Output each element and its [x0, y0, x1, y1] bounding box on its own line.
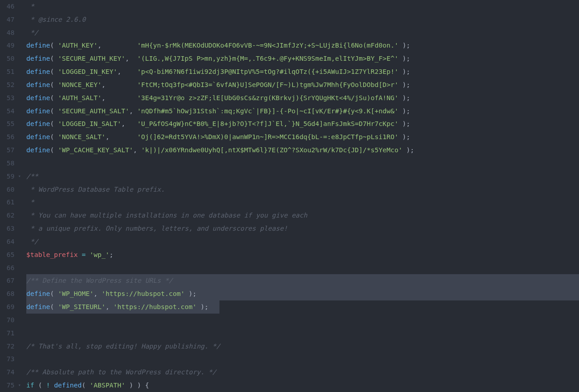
code-line[interactable]: define( 'LOGGED_IN_SALT', 'U_P&fOS4gW}nC… — [26, 117, 579, 131]
code-line[interactable]: * a unique prefix. Only numbers, letters… — [26, 222, 579, 235]
token-comment: * a unique prefix. Only numbers, letters… — [26, 225, 287, 232]
code-line[interactable]: /** Define the WordPress site URLs */ — [26, 274, 579, 287]
code-line[interactable] — [26, 314, 579, 327]
line-number: 49 — [0, 39, 20, 52]
code-line-content: define( 'NONCE_KEY', 'FtCM;tOq3fp<#QbI3=… — [26, 81, 410, 88]
code-line[interactable]: /* That's all, stop editing! Happy publi… — [26, 340, 579, 353]
line-number: 54 — [0, 105, 20, 118]
code-line[interactable]: */ — [26, 235, 579, 248]
token-comment: /** Absolute path to the WordPress direc… — [26, 368, 216, 376]
code-line-content: define( 'LOGGED_IN_KEY', 'p<Q-biM6?N6f1i… — [26, 68, 410, 75]
token-string: 'mH{yn-$rMk(MEKOdUDOKo4FO6vVB-~=9N<JImfJ… — [137, 42, 398, 49]
code-line[interactable]: * — [26, 196, 579, 209]
code-editor[interactable]: 4647484950515253545556575859▾60616263646… — [0, 0, 579, 392]
code-line-content: /** Absolute path to the WordPress direc… — [26, 368, 216, 376]
token-string: 'https://hubspot.com' — [113, 303, 196, 310]
code-line[interactable]: define( 'WP_SITEURL', 'https://hubspot.c… — [26, 300, 579, 314]
fold-marker-icon[interactable]: ▾ — [18, 379, 21, 392]
token-punct: , — [122, 120, 137, 127]
code-line-content: * — [26, 198, 34, 206]
token-punct: ) ) { — [125, 382, 149, 389]
token-func: define — [26, 290, 50, 297]
token-punct: ( — [50, 68, 58, 75]
token-func: define — [26, 146, 50, 154]
code-line-content: * @since 2.6.0 — [26, 16, 86, 23]
token-punct: ( — [34, 382, 46, 389]
code-line[interactable] — [26, 353, 579, 366]
token-punct: , — [102, 81, 137, 88]
token-func: define — [26, 120, 50, 127]
code-area[interactable]: * * @since 2.6.0 */define( 'AUTH_KEY', '… — [24, 0, 579, 392]
token-func: define — [26, 94, 50, 102]
token-punct: , — [106, 303, 113, 310]
token-op: = — [82, 251, 86, 258]
code-line[interactable]: */ — [26, 26, 579, 39]
code-line-content: define( 'NONCE_SALT', 'Oj(]62=Rdt5YVA!>%… — [26, 133, 410, 140]
token-punct: ); — [399, 55, 410, 62]
token-punct: ); — [399, 133, 410, 140]
code-line[interactable]: /** Absolute path to the WordPress direc… — [26, 366, 579, 379]
code-line-content: * — [26, 3, 38, 10]
code-line[interactable] — [26, 327, 579, 340]
token-string: 'SECURE_AUTH_KEY' — [58, 55, 125, 62]
token-punct: ( — [50, 146, 58, 154]
token-string: 'ABSPATH' — [90, 382, 126, 389]
token-string: 'p<Q-biM6?N6f1iwi92dj3P@NItpV%5=tOg?#ilq… — [137, 68, 398, 75]
code-line[interactable]: define( 'WP_HOME', 'https://hubspot.com'… — [26, 287, 579, 300]
fold-marker-icon[interactable]: ▾ — [18, 170, 21, 183]
code-line[interactable]: * WordPress Database Table prefix. — [26, 183, 579, 196]
token-punct: , — [125, 55, 137, 62]
token-keyword: if — [26, 382, 34, 389]
code-line-content: define( 'WP_HOME', 'https://hubspot.com'… — [26, 290, 196, 297]
code-line[interactable]: define( 'AUTH_KEY', 'mH{yn-$rMk(MEKOdUDO… — [26, 39, 579, 52]
token-punct: , — [93, 290, 101, 297]
code-line[interactable]: define( 'SECURE_AUTH_KEY', '(LIG.,W{J7Ip… — [26, 52, 579, 65]
token-string: 'WP_HOME' — [58, 290, 94, 297]
token-string: 'AUTH_SALT' — [58, 94, 102, 102]
code-line[interactable] — [26, 261, 579, 275]
token-string: 'NONCE_SALT' — [58, 133, 106, 140]
code-line[interactable]: define( 'LOGGED_IN_KEY', 'p<Q-biM6?N6f1i… — [26, 65, 579, 78]
token-comment: /* That's all, stop editing! Happy publi… — [26, 343, 220, 350]
code-line[interactable]: define( 'NONCE_SALT', 'Oj(]62=Rdt5YVA!>%… — [26, 131, 579, 144]
token-punct: ); — [399, 107, 410, 115]
code-line-content: define( 'WP_SITEURL', 'https://hubspot.c… — [26, 303, 209, 310]
token-comment: /** Define the WordPress site URLs */ — [26, 277, 173, 284]
token-comment: */ — [26, 29, 38, 36]
code-line[interactable] — [26, 157, 579, 170]
token-string: 'SECURE_AUTH_SALT' — [58, 107, 129, 115]
code-line[interactable]: * @since 2.6.0 — [26, 13, 579, 26]
token-punct — [86, 251, 90, 258]
code-line-content: */ — [26, 29, 38, 36]
token-string: 'LOGGED_IN_SALT' — [58, 120, 122, 127]
token-punct: , — [97, 42, 137, 49]
line-number: 58 — [0, 157, 20, 170]
token-punct: , — [117, 68, 137, 75]
token-comment: * — [26, 3, 38, 10]
code-line[interactable]: /** — [26, 170, 579, 183]
token-string: '3E4g=31Yr@o z>zZF;lE[UbG0sCs&zrg(KBrkvj… — [137, 94, 398, 102]
token-func: define — [26, 107, 50, 115]
code-line[interactable]: define( 'AUTH_SALT', '3E4g=31Yr@o z>zZF;… — [26, 92, 579, 105]
code-line[interactable]: * You can have multiple installations in… — [26, 209, 579, 222]
code-line-content: define( 'AUTH_KEY', 'mH{yn-$rMk(MEKOdUDO… — [26, 42, 410, 49]
code-line[interactable]: define( 'WP_CACHE_KEY_SALT', 'k|)|/x06YR… — [26, 144, 579, 157]
code-line[interactable]: define( 'SECURE_AUTH_SALT', 'nQDfh#m5`hO… — [26, 105, 579, 118]
code-line[interactable]: $table_prefix = 'wp_'; — [26, 248, 579, 261]
code-line-content: define( 'SECURE_AUTH_KEY', '(LIG.,W{J7Ip… — [26, 55, 410, 62]
code-line[interactable]: if ( ! defined( 'ABSPATH' ) ) { — [26, 379, 579, 392]
code-line-content: /** — [26, 173, 38, 180]
code-line[interactable]: * — [26, 0, 579, 13]
code-line-content: * You can have multiple installations in… — [26, 212, 307, 219]
token-punct: ); — [185, 290, 196, 297]
token-punct: ); — [399, 81, 410, 88]
line-number: 74 — [0, 366, 20, 379]
token-string: 'NONCE_KEY' — [58, 81, 102, 88]
token-func: define — [26, 42, 50, 49]
code-line-content: define( 'SECURE_AUTH_SALT', 'nQDfh#m5`hO… — [26, 107, 410, 115]
code-line[interactable]: define( 'NONCE_KEY', 'FtCM;tOq3fp<#QbI3=… — [26, 78, 579, 92]
token-comment: * — [26, 198, 34, 206]
token-punct: ( — [50, 107, 58, 115]
line-number: 50 — [0, 52, 20, 65]
line-number: 64 — [0, 235, 20, 248]
